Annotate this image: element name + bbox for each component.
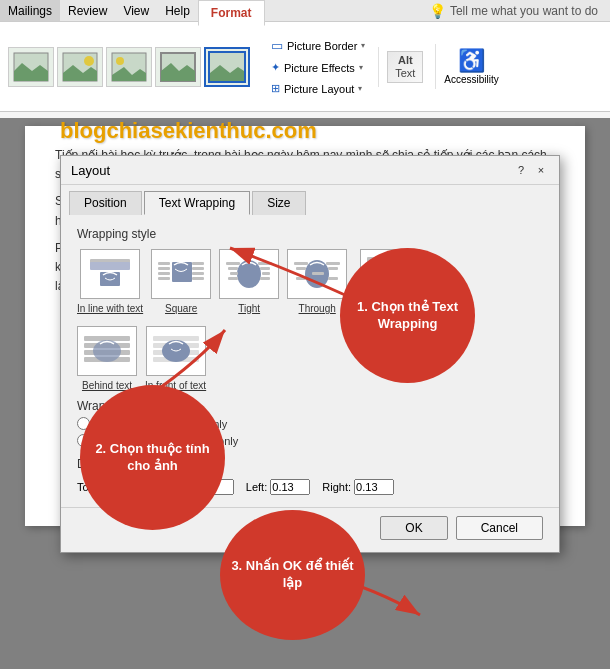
svg-rect-20	[226, 262, 240, 265]
svg-rect-31	[312, 272, 324, 275]
menu-bar: Mailings Review View Help Format 💡 Tell …	[0, 0, 610, 22]
menu-item-review[interactable]: Review	[60, 0, 115, 21]
dialog-title-bar: Layout ? ×	[61, 156, 559, 185]
dist-top: Top:	[77, 479, 141, 495]
wrap-square[interactable]: Square	[151, 249, 211, 314]
svg-rect-11	[158, 262, 170, 265]
picture-effects-btn[interactable]: ✦ Picture Effects ▾	[262, 58, 374, 77]
tell-me-box[interactable]: 💡 Tell me what you want to do	[417, 0, 610, 21]
wrap-infront[interactable]: In front of text	[145, 326, 206, 391]
svg-rect-30	[296, 267, 306, 270]
wrap-topbottom[interactable]: Top and bottom	[355, 249, 424, 314]
dialog-footer: OK Cancel	[61, 507, 559, 552]
pic-style-1[interactable]	[8, 47, 54, 87]
wrap-square-label: Square	[165, 303, 197, 314]
svg-point-2	[84, 56, 94, 66]
wrap-through[interactable]: Through	[287, 249, 347, 314]
radio-largest-input[interactable]	[161, 434, 174, 447]
alt-text-section: Alt Text	[378, 47, 431, 87]
radio-both-sides-input[interactable]	[77, 417, 90, 430]
wrap-inline-icon	[80, 249, 140, 299]
lightbulb-icon: 💡	[429, 3, 446, 19]
picture-effects-label: Picture Effects	[284, 62, 355, 74]
tab-size[interactable]: Size	[252, 191, 305, 215]
layout-dialog[interactable]: Layout ? × Position Text Wrapping Size W…	[60, 155, 560, 553]
picture-border-label: Picture Border	[287, 40, 357, 52]
menu-item-mailings[interactable]: Mailings	[0, 0, 60, 21]
wrap-inline[interactable]: In line with text	[77, 249, 143, 314]
pic-style-3[interactable]	[106, 47, 152, 87]
dist-right-input[interactable]	[354, 479, 394, 495]
dialog-title-controls: ? ×	[513, 162, 549, 178]
wrap-infront-label: In front of text	[145, 380, 206, 391]
wrap-style-grid-row2: Behind text	[77, 326, 543, 391]
svg-rect-34	[328, 267, 338, 270]
cancel-button[interactable]: Cancel	[456, 516, 543, 540]
svg-rect-37	[367, 257, 413, 262]
ribbon-content: ▭ Picture Border ▾ ✦ Picture Effects ▾ ⊞…	[0, 22, 610, 111]
svg-rect-24	[258, 262, 272, 265]
wrap-behind-icon	[77, 326, 137, 376]
wrap-behind[interactable]: Behind text	[77, 326, 137, 391]
accessibility-label: Accessibility	[444, 74, 498, 85]
wrap-infront-icon	[146, 326, 206, 376]
wrap-tight[interactable]: Tight	[219, 249, 279, 314]
border-dropdown-arrow: ▾	[361, 41, 365, 50]
svg-rect-27	[260, 277, 270, 280]
wrap-topbottom-label: Top and bottom	[355, 303, 424, 314]
radio-right-only[interactable]: Right only	[161, 417, 238, 430]
wrap-tight-label: Tight	[238, 303, 260, 314]
tab-position[interactable]: Position	[69, 191, 142, 215]
ok-button[interactable]: OK	[380, 516, 447, 540]
svg-rect-25	[260, 267, 270, 270]
wrap-text-label: Wrap text	[77, 399, 543, 413]
svg-rect-14	[158, 277, 170, 280]
dialog-body: Wrapping style In line with text	[61, 215, 559, 507]
dist-right: Right:	[322, 479, 394, 495]
picture-border-btn[interactable]: ▭ Picture Border ▾	[262, 35, 374, 56]
radio-largest[interactable]: Largest only	[161, 434, 238, 447]
menu-item-help[interactable]: Help	[157, 0, 198, 21]
wrap-through-icon	[287, 249, 347, 299]
svg-rect-8	[90, 262, 130, 270]
pic-style-5[interactable]	[204, 47, 250, 87]
svg-rect-17	[192, 272, 204, 275]
alt-text-icon[interactable]: Alt Text	[387, 51, 423, 83]
dialog-tabs: Position Text Wrapping Size	[61, 185, 559, 215]
svg-rect-18	[192, 277, 204, 280]
dist-left-input[interactable]	[270, 479, 310, 495]
svg-rect-35	[328, 277, 338, 280]
picture-layout-btn[interactable]: ⊞ Picture Layout ▾	[262, 79, 374, 98]
radio-left-only[interactable]: Left only	[77, 434, 145, 447]
dialog-close-btn[interactable]: ×	[533, 162, 549, 178]
radio-largest-label: Largest only	[178, 435, 238, 447]
dialog-help-btn[interactable]: ?	[513, 162, 529, 178]
wrap-inline-label: In line with text	[77, 303, 143, 314]
radio-both-sides[interactable]: Both sides	[77, 417, 145, 430]
wrap-behind-label: Behind text	[82, 380, 132, 391]
svg-rect-33	[326, 262, 340, 265]
dist-bottom: Bottom:	[153, 479, 234, 495]
svg-rect-13	[158, 272, 170, 275]
pic-style-2[interactable]	[57, 47, 103, 87]
layout-dropdown-arrow: ▾	[358, 84, 362, 93]
radio-right-only-input[interactable]	[161, 417, 174, 430]
layout-icon: ⊞	[271, 82, 280, 95]
radio-left-only-input[interactable]	[77, 434, 90, 447]
tell-me-text: Tell me what you want to do	[450, 4, 598, 18]
svg-point-4	[116, 57, 124, 65]
radio-both-sides-label: Both sides	[94, 418, 145, 430]
dist-top-input[interactable]	[101, 479, 141, 495]
wrap-topbottom-icon	[360, 249, 420, 299]
pic-style-4[interactable]	[155, 47, 201, 87]
radio-group-2: Right only Largest only	[161, 417, 238, 447]
radio-group-1: Both sides Left only	[77, 417, 145, 447]
dist-bottom-input[interactable]	[194, 479, 234, 495]
menu-item-view[interactable]: View	[115, 0, 157, 21]
effects-icon: ✦	[271, 61, 280, 74]
accessibility-icon: ♿	[458, 48, 485, 74]
blog-watermark: blogchiasekienthuc.com	[60, 118, 317, 144]
wrap-tight-icon	[219, 249, 279, 299]
dialog-title: Layout	[71, 163, 110, 178]
tab-text-wrapping[interactable]: Text Wrapping	[144, 191, 250, 215]
